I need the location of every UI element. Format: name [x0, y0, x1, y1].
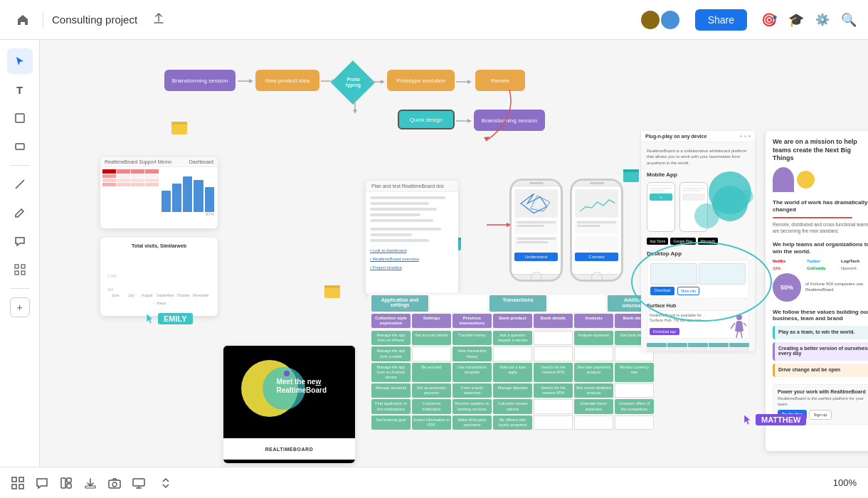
header-divider — [43, 11, 43, 28]
select-tool[interactable] — [7, 48, 33, 74]
svg-rect-3 — [15, 265, 18, 268]
sticky-teal-2[interactable] — [623, 169, 639, 182]
flow-node-prototype-ev[interactable]: Prototype evolution — [387, 70, 455, 91]
feature-map[interactable]: Application and settings Transactions Ad… — [369, 292, 642, 467]
phone-mockup-2[interactable]: Connect — [570, 179, 623, 282]
svg-point-16 — [112, 482, 117, 487]
svg-marker-31 — [467, 119, 472, 123]
frame-tool[interactable] — [7, 257, 33, 282]
matthew-cursor: MATTHEW — [743, 413, 806, 426]
svg-rect-11 — [61, 478, 65, 488]
sticky-note-tool[interactable] — [7, 105, 33, 131]
bottom-toolbar: 100% — [0, 467, 868, 498]
marketing-card[interactable]: We are on a mission to help teams create… — [766, 131, 868, 451]
layout-icon[interactable] — [60, 477, 73, 489]
teal-circle-2 — [694, 203, 719, 228]
svg-rect-5 — [15, 271, 18, 275]
sticky-yellow-2[interactable] — [324, 285, 340, 298]
settings-icon[interactable]: ⚙️ — [815, 13, 830, 26]
header-icons: 🎯 🎓 ⚙️ 🔍 — [761, 12, 857, 28]
flow-node-quick-design[interactable]: Quick design — [398, 110, 455, 129]
svg-rect-14 — [85, 486, 95, 488]
chart-card[interactable]: Total visits, Similarweb June July Augus… — [100, 238, 218, 316]
note-icon[interactable] — [36, 477, 48, 489]
export-icon[interactable] — [84, 477, 97, 489]
svg-marker-25 — [381, 80, 385, 84]
presentation-card[interactable]: Meet the newRealtimeBoard REALTIMEBOARD — [223, 346, 355, 463]
toolbar-divider-2 — [10, 288, 30, 289]
flow-node-brainstorm2[interactable]: Brainstorming session — [474, 110, 545, 131]
svg-rect-9 — [12, 484, 16, 489]
shape-tool[interactable] — [7, 134, 33, 159]
chart-title: Total visits, Similarweb — [106, 243, 212, 248]
add-tool[interactable]: + — [10, 297, 30, 317]
text-tool[interactable]: T — [7, 77, 33, 102]
svg-rect-4 — [21, 265, 25, 268]
svg-marker-21 — [249, 79, 253, 83]
svg-rect-7 — [12, 477, 16, 482]
svg-rect-6 — [21, 271, 25, 275]
mobile-app-page-1[interactable]: Plug-n-play on any device RealtimeBoard … — [641, 131, 755, 351]
svg-line-2 — [16, 180, 24, 189]
avatar-1 — [640, 9, 661, 31]
upload-button[interactable] — [152, 11, 166, 28]
svg-marker-29 — [353, 110, 357, 114]
pen-tool[interactable] — [7, 200, 33, 226]
phone-mockup-1[interactable]: Understand — [509, 179, 563, 282]
svg-rect-17 — [133, 479, 144, 486]
toolbar-divider — [10, 165, 30, 166]
camera-icon[interactable] — [108, 477, 121, 489]
learn-icon[interactable]: 🎓 — [788, 12, 804, 28]
collapse-icon[interactable] — [159, 477, 172, 489]
sticky-yellow-1[interactable] — [171, 122, 187, 134]
flow-node-review[interactable]: Review — [475, 70, 525, 91]
flow-node-prototyping[interactable]: Prototyping — [331, 60, 375, 105]
canvas-inner: Brainstorming session New product idea P… — [40, 40, 868, 467]
search-icon[interactable]: 🔍 — [841, 12, 857, 28]
frame-icon[interactable] — [11, 477, 24, 489]
canvas[interactable]: Brainstorming session New product idea P… — [40, 40, 868, 467]
svg-marker-27 — [467, 80, 472, 84]
svg-point-35 — [736, 314, 742, 320]
avatar-2 — [660, 9, 681, 31]
svg-rect-8 — [19, 477, 23, 482]
flow-node-brainstorm1[interactable]: Brainstorming session — [164, 70, 235, 91]
header: Consulting project Share 🎯 🎓 ⚙️ 🔍 — [0, 0, 868, 40]
comment-tool[interactable] — [7, 228, 33, 254]
line-tool[interactable] — [7, 171, 33, 197]
flow-node-new-product[interactable]: New product idea — [255, 70, 319, 91]
share-button[interactable]: Share — [695, 9, 747, 31]
svg-rect-10 — [19, 484, 23, 489]
svg-rect-0 — [16, 114, 24, 122]
emily-cursor: EMILY — [145, 312, 193, 325]
svg-rect-13 — [67, 484, 71, 488]
spreadsheet-card[interactable]: RealtimeBoard Support Memo Dashboard — [100, 157, 218, 228]
zoom-level: 100% — [833, 477, 857, 488]
svg-marker-32 — [484, 137, 489, 142]
target-icon[interactable]: 🎯 — [761, 12, 777, 28]
marketing-headline: We are on a mission to help teams create… — [773, 138, 868, 163]
present-icon[interactable] — [132, 477, 145, 489]
project-title: Consulting project — [52, 14, 137, 26]
svg-rect-12 — [67, 478, 71, 482]
toolbar: T + — [0, 40, 40, 498]
doc-card[interactable]: Plan and test RealtimeBoard doc • Link t… — [366, 181, 458, 295]
svg-rect-1 — [16, 144, 24, 149]
home-button[interactable] — [11, 9, 34, 31]
